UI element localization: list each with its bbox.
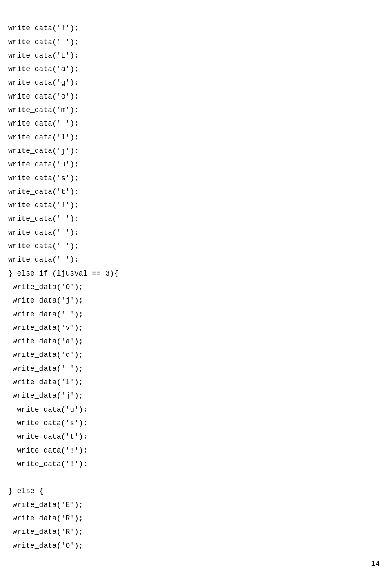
code-line: write_data('!'); (8, 22, 384, 35)
code-line: write_data(' '); (8, 362, 384, 376)
code-line: write_data('O'); (8, 539, 384, 553)
code-line: write_data('L'); (8, 49, 384, 63)
code-line: } else { (8, 484, 384, 498)
code-line: write_data(' '); (8, 240, 384, 253)
code-line: write_data('j'); (8, 294, 384, 307)
code-line: write_data('a'); (8, 335, 384, 348)
code-line: write_data(' '); (8, 212, 384, 226)
code-line: write_data('!'); (8, 199, 384, 212)
code-line: write_data('j'); (8, 144, 384, 158)
code-line: write_data('s'); (8, 417, 384, 430)
code-line: write_data(' '); (8, 117, 384, 130)
code-line: write_data('o'); (8, 90, 384, 103)
code-line: write_data('l'); (8, 131, 384, 144)
code-line: write_data('t'); (8, 185, 384, 199)
code-line: write_data(' '); (8, 308, 384, 321)
code-line: write_data(' '); (8, 226, 384, 240)
page-number: 14 (371, 560, 380, 568)
code-line: write_data('R'); (8, 525, 384, 539)
code-line: write_data('!'); (8, 444, 384, 457)
code-line: write_data('l'); (8, 376, 384, 389)
code-line: write_data('!'); (8, 457, 384, 471)
code-line: write_data('j'); (8, 389, 384, 403)
code-line: write_data('m'); (8, 103, 384, 117)
code-line: write_data('a'); (8, 63, 384, 76)
code-line: write_data('g'); (8, 76, 384, 90)
code-line: write_data('v'); (8, 321, 384, 335)
code-line: write_data('R'); (8, 512, 384, 525)
code-line: write_data('E'); (8, 498, 384, 512)
code-line (8, 471, 384, 484)
code-line: write_data('u'); (8, 158, 384, 171)
code-line: write_data('s'); (8, 172, 384, 185)
code-line: write_data('t'); (8, 430, 384, 444)
code-line: write_data('O'); (8, 280, 384, 294)
code-line: write_data('u'); (8, 403, 384, 417)
code-line: write_data('d'); (8, 348, 384, 362)
code-line: write_data(' '); (8, 36, 384, 49)
code-line: write_data(' '); (8, 253, 384, 267)
code-content: write_data('!');write_data(' ');write_da… (8, 8, 384, 553)
code-line: } else if (ljusval == 3){ (8, 267, 384, 280)
